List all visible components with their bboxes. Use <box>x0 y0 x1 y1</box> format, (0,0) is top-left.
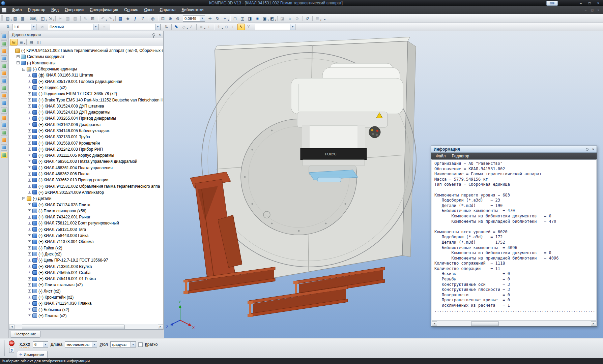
tree-item[interactable]: + (-) Цепь ПР-12,7-18,2 ГОСТ 13568-97 <box>9 257 163 263</box>
document-manager-icon[interactable]: ▤ <box>117 15 124 22</box>
pin-icon[interactable] <box>586 148 588 151</box>
separator[interactable] <box>212 24 215 30</box>
expander-icon[interactable]: + <box>28 222 31 225</box>
separator[interactable] <box>26 15 29 22</box>
panel-sketch-icon[interactable] <box>1 40 7 47</box>
tree-item[interactable]: + (+) Подвес (x2) <box>9 85 163 91</box>
close-button[interactable]: × <box>594 1 602 5</box>
panel-reports-icon[interactable] <box>1 100 7 106</box>
panel-filters-icon[interactable] <box>1 85 7 91</box>
new-document-icon[interactable]: ▤ <box>4 15 11 22</box>
expander-icon[interactable]: + <box>28 129 31 132</box>
tree-item[interactable]: + (+) Кронштейн (x2) <box>9 294 163 300</box>
menu-item[interactable]: Файл <box>9 6 25 14</box>
tree-item[interactable]: (-) КИАЛ.941531.002 Гамма терапевтически… <box>9 48 163 54</box>
refresh-image-icon[interactable]: ↺ <box>304 15 311 22</box>
expander-icon[interactable]: + <box>28 135 31 139</box>
separator[interactable] <box>311 15 314 22</box>
panel-forming-icon[interactable] <box>1 129 7 136</box>
zoom-out-icon[interactable]: ⊖ <box>174 15 181 22</box>
panel-arrays-icon[interactable] <box>1 63 7 69</box>
expander-icon[interactable]: + <box>28 277 31 280</box>
degrees-freedom-icon[interactable]: ∠ <box>188 24 195 30</box>
panel-edit-part-icon[interactable] <box>1 33 7 39</box>
menu-item[interactable]: Библиотеки <box>178 6 206 14</box>
expander-icon[interactable]: + <box>28 259 31 262</box>
toolbar-grip[interactable] <box>1 24 3 30</box>
separator[interactable] <box>195 24 198 30</box>
expander-icon[interactable]: + <box>28 104 31 108</box>
information-horizontal-scrollbar[interactable]: ◄ ► <box>431 321 597 326</box>
zoom-in-icon[interactable]: ⊕ <box>167 15 174 22</box>
pan-icon[interactable]: ✛ <box>206 15 214 22</box>
tree-item[interactable]: + (+) ЭКИАЛ.301524.009 Аппликатор <box>9 189 163 195</box>
copy-icon[interactable]: ▥ <box>64 15 71 22</box>
tree-item[interactable]: + (-) Гайка (x2) <box>9 245 163 251</box>
open-document-icon[interactable]: ▧ <box>11 15 19 22</box>
tree-structure-icon[interactable]: ⊞ <box>10 39 18 46</box>
tree-item[interactable]: + Системы координат <box>9 54 163 60</box>
zoom-area-icon[interactable]: ⊡ <box>159 15 167 22</box>
expander-icon[interactable]: + <box>28 86 31 89</box>
tree-item[interactable]: + (-) КИАЛ.758121.003 Тяга <box>9 226 163 233</box>
preview-icon[interactable]: ◫ <box>39 15 47 22</box>
close-icon[interactable]: × <box>591 147 595 151</box>
zoom-selected-icon[interactable]: ◎ <box>149 15 156 22</box>
tree-item[interactable]: + (+) КИАЛ.943162.006 Диафрагма <box>9 122 163 128</box>
expander-icon[interactable]: + <box>28 290 31 293</box>
expander-icon[interactable]: − <box>17 61 20 64</box>
separator[interactable] <box>146 15 149 22</box>
tree-item[interactable]: + (+) КИАЛ.301524.008 ДУП штатива <box>9 103 163 109</box>
tree-item[interactable]: + (+) Диск (x2) <box>9 251 163 257</box>
expander-icon[interactable]: + <box>28 240 31 243</box>
expander-icon[interactable]: + <box>28 246 31 249</box>
expander-icon[interactable]: + <box>28 314 31 317</box>
panel-dimensions-icon[interactable] <box>1 144 7 151</box>
decimal-places-combo[interactable]: 6 ▼ <box>33 341 48 347</box>
expander-icon[interactable]: + <box>28 123 31 126</box>
shaded-icon[interactable]: ■ <box>254 15 261 22</box>
expander-icon[interactable]: + <box>28 234 31 237</box>
expander-icon[interactable]: + <box>28 80 31 83</box>
hide-objects-icon[interactable]: ≣ <box>314 15 321 22</box>
tree-item[interactable]: + (+) КИАЛ.745416.001-01 Рейка <box>9 276 163 282</box>
toolbar-grip[interactable] <box>1 16 3 22</box>
help-button[interactable]: ? <box>9 348 14 353</box>
combo-arrow-icon[interactable]: ▼ <box>92 342 97 347</box>
tree-item[interactable]: + (+) КИАЛ.711378.004 Обойма <box>9 239 163 245</box>
overflow-chevron-icon[interactable]: ⌄ <box>321 15 328 22</box>
combo-arrow-icon[interactable]: ▼ <box>93 24 98 30</box>
combo-arrow-icon[interactable]: ▼ <box>290 24 295 30</box>
scale-combo[interactable]: 1.0 ▼ <box>12 24 36 30</box>
length-units-combo[interactable]: миллиметры ▼ <box>65 341 97 347</box>
tree-composition-icon[interactable]: ≣ <box>18 39 25 46</box>
tree-item[interactable]: + (+) КИАЛ.741134.028 Плита <box>9 202 163 208</box>
minimize-button[interactable]: – <box>577 1 585 5</box>
expander-icon[interactable]: + <box>28 271 31 274</box>
separator[interactable] <box>156 15 159 22</box>
tree-item[interactable]: + (+) КИАЛ.743422.001 Рычаг <box>9 214 163 220</box>
mdi-close-button[interactable]: × <box>595 8 602 12</box>
panel-marks-icon[interactable] <box>1 107 7 114</box>
menu-item[interactable]: Справка <box>156 6 178 14</box>
expander-icon[interactable]: + <box>28 203 31 206</box>
tree-item[interactable]: + (-) КИАЛ.468361.004 Плата управления <box>9 165 163 171</box>
tree-item[interactable]: + (+) КИАЛ.304146.005 Кабелеукладчик <box>9 128 163 134</box>
expander-icon[interactable]: + <box>28 111 31 114</box>
menu-item[interactable]: Вид <box>48 6 62 14</box>
orientation-icon[interactable]: ⌖ <box>221 15 229 22</box>
expander-icon[interactable]: + <box>28 179 31 182</box>
tree-item[interactable]: + (+) КИАЛ.303265.004 Привод диафрагмы <box>9 115 163 121</box>
tree-item[interactable]: + (-) КИАЛ.303662.013 Привод ротации <box>9 177 163 183</box>
expander-icon[interactable]: + <box>28 252 31 255</box>
scrollbar-thumb[interactable] <box>471 321 499 326</box>
paste-icon[interactable]: ▨ <box>71 15 79 22</box>
expander-icon[interactable]: + <box>28 265 31 268</box>
save-icon[interactable]: ▦ <box>19 15 26 22</box>
tab-measurement[interactable]: ✛ Измерение <box>17 351 48 358</box>
tree-item[interactable]: + (-) КИАЛ.758443.003 Гайка <box>9 233 163 239</box>
expander-icon[interactable]: + <box>28 92 31 95</box>
expander-icon[interactable]: + <box>28 98 31 101</box>
grid-icon[interactable]: ⌗ <box>198 24 205 30</box>
panel-aux-geometry-icon[interactable] <box>1 70 7 77</box>
